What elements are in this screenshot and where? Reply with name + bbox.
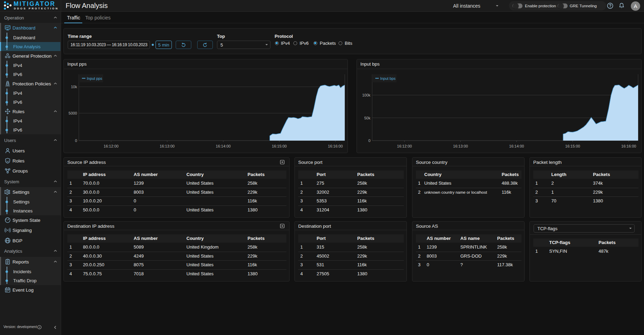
svg-text:Input pps: Input pps	[87, 76, 102, 81]
svg-text:5000: 5000	[69, 111, 77, 115]
svg-text:16:13:00: 16:13:00	[453, 144, 468, 148]
svg-text:16:13:00: 16:13:00	[160, 144, 175, 148]
svg-text:16:16:00: 16:16:00	[328, 144, 343, 148]
svg-text:16:14:00: 16:14:00	[509, 144, 524, 148]
svg-text:16:15:00: 16:15:00	[565, 144, 580, 148]
svg-text:16:16:00: 16:16:00	[621, 144, 636, 148]
svg-text:50k: 50k	[364, 116, 370, 120]
svg-text:16:12:00: 16:12:00	[104, 144, 119, 148]
svg-text:16:15:00: 16:15:00	[272, 144, 287, 148]
svg-text:Input bps: Input bps	[380, 76, 396, 81]
svg-text:0: 0	[368, 139, 370, 143]
svg-text:16:14:00: 16:14:00	[216, 144, 231, 148]
svg-text:10k: 10k	[71, 85, 77, 89]
svg-text:100k: 100k	[362, 93, 370, 97]
svg-text:0: 0	[75, 139, 77, 143]
svg-text:16:12:00: 16:12:00	[397, 144, 412, 148]
